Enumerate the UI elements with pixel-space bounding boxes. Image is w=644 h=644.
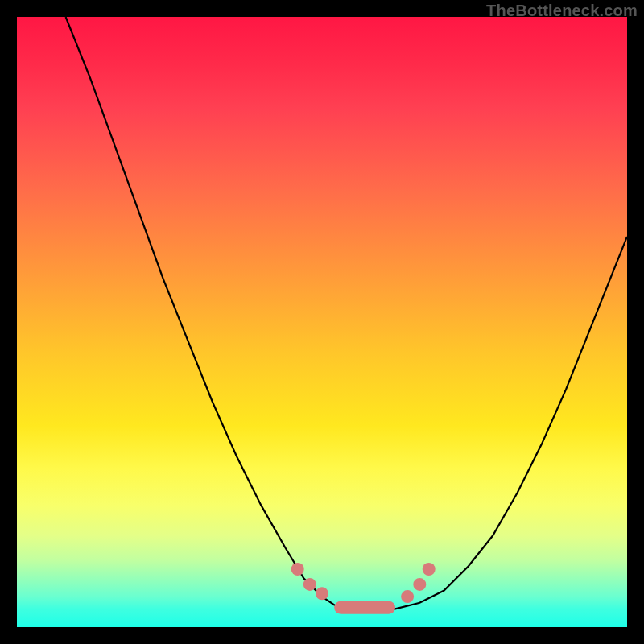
- marker-group: [291, 563, 436, 614]
- bottleneck-chart: [17, 17, 627, 627]
- curve-marker-dot: [401, 590, 414, 603]
- curve-marker-pill: [334, 601, 395, 614]
- bottleneck-curve-path: [66, 17, 627, 609]
- watermark-text: TheBottleneck.com: [486, 2, 638, 20]
- curve-marker-dot: [303, 578, 316, 591]
- curve-marker-dot: [423, 563, 436, 576]
- curve-marker-dot: [291, 563, 304, 576]
- curve-marker-dot: [413, 578, 426, 591]
- curve-marker-dot: [316, 587, 328, 600]
